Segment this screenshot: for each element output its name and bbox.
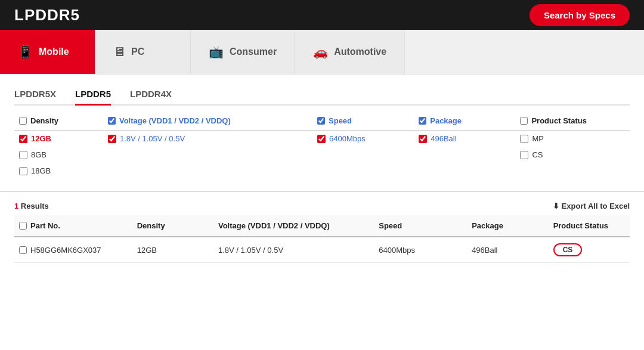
filter-package-val1: 496Ball	[414, 131, 515, 147]
filter-col-density-header: Density	[14, 110, 103, 131]
category-tab-automotive-label: Automotive	[334, 47, 386, 57]
search-by-specs-button[interactable]: Search by Specs	[530, 4, 630, 26]
result-speed: 6400Mbps	[374, 237, 467, 263]
filter-col-speed-header: Speed	[312, 110, 414, 131]
speed-val1-checkbox[interactable]	[317, 135, 326, 143]
results-col-density-header: Density	[132, 215, 213, 237]
filter-density-12gb: 12GB	[14, 131, 103, 147]
density-12gb-label: 12GB	[31, 134, 51, 143]
density-header-checkbox[interactable]	[19, 117, 27, 125]
header: LPDDR5 Search by Specs	[0, 0, 644, 30]
filter-col-package-header: Package	[414, 110, 515, 131]
density-12gb-checkbox[interactable]	[19, 135, 27, 143]
sub-tab-lpddr5x[interactable]: LPDDR5X	[14, 89, 56, 106]
category-tab-pc[interactable]: 🖥 PC	[95, 30, 191, 74]
status-mp-label: MP	[532, 134, 544, 143]
sub-tab-lpddr4x[interactable]: LPDDR4X	[130, 89, 172, 106]
voltage-header-checkbox[interactable]	[108, 117, 116, 125]
table-row: H58GG6MK6GX037 12GB 1.8V / 1.05V / 0.5V …	[14, 237, 630, 263]
filter-speed-val1: 6400Mbps	[312, 131, 414, 147]
speed-val1-label: 6400Mbps	[329, 134, 366, 143]
results-col-package-header: Package	[467, 215, 549, 237]
filter-table: Density Voltage (VDD1 / VDD2 / VDDQ) Spe…	[14, 110, 630, 179]
result-product-status: CS	[549, 237, 630, 263]
results-table: Part No. Density Voltage (VDD1 / VDD2 / …	[14, 215, 630, 263]
results-col-partno-header: Part No.	[14, 215, 132, 237]
results-col-prodstatus-header: Product Status	[549, 215, 630, 237]
voltage-val1-checkbox[interactable]	[108, 135, 116, 143]
category-tab-automotive[interactable]: 🚗 Automotive	[295, 30, 405, 74]
mobile-icon: 📱	[18, 45, 33, 59]
speed-header-checkbox[interactable]	[317, 117, 325, 125]
density-8gb-checkbox[interactable]	[19, 151, 27, 159]
filter-col-voltage-header: Voltage (VDD1 / VDD2 / VDDQ)	[103, 110, 312, 131]
density-18gb-checkbox[interactable]	[19, 167, 27, 175]
status-badge: CS	[553, 243, 583, 256]
package-header-checkbox[interactable]	[419, 117, 426, 125]
result-partno: H58GG6MK6GX037	[14, 237, 132, 263]
results-select-all-checkbox[interactable]	[19, 222, 27, 230]
automotive-icon: 🚗	[313, 45, 328, 59]
density-header-label: Density	[30, 116, 58, 125]
status-mp-checkbox[interactable]	[520, 135, 528, 143]
category-tab-mobile-label: Mobile	[39, 47, 69, 57]
category-tab-consumer[interactable]: 📺 Consumer	[191, 30, 295, 74]
filter-density-18gb: 18GB	[14, 163, 103, 179]
export-label: Export All to Excel	[562, 202, 630, 210]
filter-col-status-header: Product Status	[515, 110, 630, 131]
sub-tabs-section: LPDDR5X LPDDR5 LPDDR4X	[0, 75, 644, 106]
results-count-number: 1	[14, 202, 18, 210]
category-tab-pc-label: PC	[131, 47, 144, 57]
result-row-checkbox[interactable]	[19, 246, 27, 254]
filter-row-3: 18GB	[14, 163, 630, 179]
result-density: 12GB	[132, 237, 213, 263]
results-partno-label: Part No.	[30, 221, 60, 230]
result-voltage: 1.8V / 1.05V / 0.5V	[213, 237, 374, 263]
page-title: LPDDR5	[14, 6, 80, 24]
status-header-checkbox[interactable]	[520, 117, 528, 125]
results-count: 1 Results	[14, 202, 49, 210]
speed-header-label: Speed	[329, 116, 352, 125]
result-partno-value: H58GG6MK6GX037	[30, 246, 101, 255]
result-package: 496Ball	[467, 237, 549, 263]
category-tab-mobile[interactable]: 📱 Mobile	[0, 30, 95, 74]
package-header-label: Package	[430, 116, 462, 125]
consumer-icon: 📺	[209, 45, 224, 59]
sub-tab-lpddr5[interactable]: LPDDR5	[75, 89, 111, 106]
results-section: 1 Results ⬇ Export All to Excel Part No.…	[0, 191, 644, 263]
sub-tabs: LPDDR5X LPDDR5 LPDDR4X	[14, 89, 630, 106]
category-tab-consumer-label: Consumer	[230, 47, 277, 57]
filter-voltage-val1: 1.8V / 1.05V / 0.5V	[103, 131, 312, 147]
package-val1-label: 496Ball	[431, 134, 456, 143]
results-col-voltage-header: Voltage (VDD1 / VDD2 / VDDQ)	[213, 215, 374, 237]
results-bar: 1 Results ⬇ Export All to Excel	[14, 202, 630, 210]
filter-status-mp: MP	[515, 131, 630, 147]
voltage-header-label: Voltage (VDD1 / VDD2 / VDDQ)	[119, 116, 231, 125]
status-cs-label: CS	[532, 150, 543, 159]
category-tabs: 📱 Mobile 🖥 PC 📺 Consumer 🚗 Automotive	[0, 30, 644, 75]
voltage-val1-label: 1.8V / 1.05V / 0.5V	[120, 134, 185, 143]
filter-row-2: 8GB CS	[14, 147, 630, 163]
density-18gb-label: 18GB	[31, 166, 51, 175]
status-cs-checkbox[interactable]	[520, 151, 528, 159]
results-col-speed-header: Speed	[374, 215, 467, 237]
filter-section: Density Voltage (VDD1 / VDD2 / VDDQ) Spe…	[0, 110, 644, 179]
status-header-label: Product Status	[531, 116, 586, 125]
pc-icon: 🖥	[113, 45, 125, 59]
export-down-icon: ⬇	[553, 202, 559, 210]
density-8gb-label: 8GB	[31, 150, 47, 159]
results-table-header-row: Part No. Density Voltage (VDD1 / VDD2 / …	[14, 215, 630, 237]
filter-row-1: 12GB 1.8V / 1.05V / 0.5V 6400Mbps	[14, 131, 630, 147]
package-val1-checkbox[interactable]	[419, 135, 427, 143]
export-all-excel-button[interactable]: ⬇ Export All to Excel	[553, 202, 630, 210]
filter-status-cs: CS	[515, 147, 630, 163]
filter-density-8gb: 8GB	[14, 147, 103, 163]
